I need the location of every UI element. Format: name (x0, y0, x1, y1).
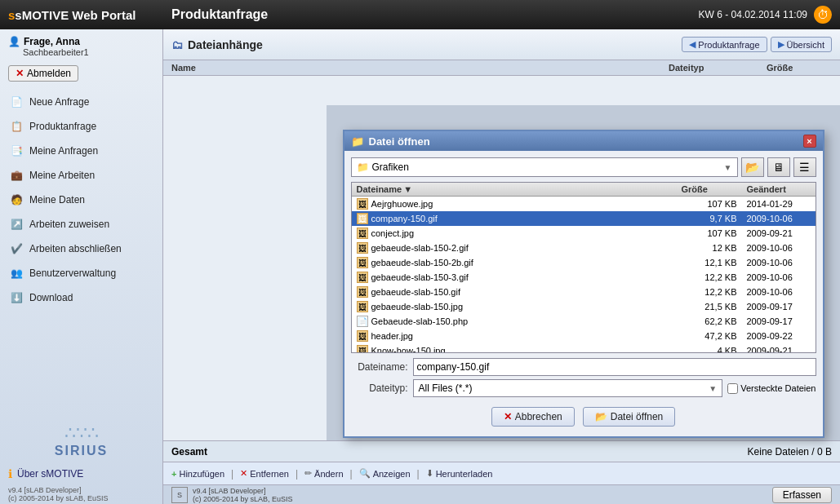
users-icon: 👥 (8, 265, 24, 281)
product-icon: 📋 (8, 118, 24, 135)
action-bar: + Hinzufügen | ✕ Entfernen | ✏ Ändern | … (163, 462, 840, 484)
folder-dropdown[interactable]: 📁 Grafiken ▼ (351, 157, 738, 177)
sirius-dots: ∴∵∴ (5, 422, 158, 444)
file-list[interactable]: Dateiname ▼ Größe Geändert 🖼 Aejrghuowe.… (351, 182, 816, 353)
file-row[interactable]: 🖼 Aejrghuowe.jpg 107 KB 2014-01-29 (352, 197, 816, 211)
file-name-cell: 🖼 conject.jpg (352, 227, 677, 240)
cancel-button[interactable]: ✕ Abbrechen (491, 407, 575, 427)
logout-button[interactable]: ✕ Abmelden (8, 65, 78, 82)
filename-label: Dateiname: (351, 361, 408, 373)
sidebar-item-meine-anfragen[interactable]: 📑 Meine Anfragen (0, 139, 162, 163)
sidebar-item-meine-arbeiten[interactable]: 💼 Meine Arbeiten (0, 163, 162, 188)
hinzufuegen-link[interactable]: + Hinzufügen (171, 469, 224, 479)
fl-col-date: Geändert (742, 183, 816, 196)
file-row[interactable]: 🖼 header.jpg 47,2 KB 2009-09-22 (352, 329, 816, 343)
image-file-icon: 🖼 (357, 213, 368, 224)
file-row[interactable]: 🖼 company-150.gif 9,7 KB 2009-10-06 (352, 211, 816, 226)
filename-input[interactable] (413, 358, 816, 376)
sep1: | (231, 468, 233, 480)
file-row[interactable]: 📄 Gebaeude-slab-150.php 62,2 KB 2009-09-… (352, 314, 816, 329)
sidebar-item-meine-daten[interactable]: 🧑 Meine Daten (0, 188, 162, 212)
dialog-title-left: 📁 Datei öffnen (351, 135, 430, 148)
sirius-logo-area: ∴∵∴ SIRIUS (0, 418, 162, 463)
plus-icon: + (171, 469, 176, 479)
filetype-dropdown[interactable]: All Files (*.*) ▼ (413, 379, 723, 397)
header-datetime: KW 6 - 04.02.2014 11:09 (699, 9, 807, 20)
file-row[interactable]: 🖼 gebaeude-slab-150.gif 12,2 KB 2009-10-… (352, 285, 816, 299)
remove-icon: ✕ (240, 468, 247, 479)
dialog-overlay: 📁 Datei öffnen × 📁 Grafiken ▼ (327, 105, 840, 440)
erfassen-button[interactable]: Erfassen (772, 487, 832, 503)
file-row[interactable]: 🖼 gebaeude-slab-150-2.gif 12 KB 2009-10-… (352, 241, 816, 255)
about-smotive-link[interactable]: ℹ Über sMOTIVE (0, 463, 162, 484)
sidebar-item-arbeiten-zuweisen[interactable]: ↗️ Arbeiten zuweisen (0, 212, 162, 237)
filename-row: Dateiname: (351, 358, 816, 376)
dialog-close-button[interactable]: × (803, 135, 816, 148)
file-row[interactable]: 🖼 gebaeude-slab-150.jpg 21,5 KB 2009-09-… (352, 299, 816, 314)
anzeigen-link[interactable]: 🔍 Anzeigen (359, 468, 411, 479)
check-icon: ✔️ (8, 241, 24, 257)
arrow-left-icon: ◀ (689, 39, 696, 50)
file-date-cell: 2009-09-21 (742, 345, 816, 353)
file-date-cell: 2014-01-29 (742, 198, 816, 210)
x-icon: ✕ (16, 68, 24, 79)
nav-back-button[interactable]: ◀ Produktanfrage (682, 37, 767, 52)
col-name: Name (171, 63, 669, 73)
php-file-icon: 📄 (357, 316, 368, 327)
edit-icon: ✏ (304, 468, 312, 479)
file-size-cell: 107 KB (677, 228, 742, 239)
file-date-cell: 2009-10-06 (742, 213, 816, 224)
file-open-dialog: 📁 Datei öffnen × 📁 Grafiken ▼ (343, 130, 824, 438)
gesamt-label: Gesamt (171, 446, 207, 458)
file-size-cell: 9,7 KB (677, 213, 742, 224)
sidebar-item-produktanfrage[interactable]: 📋 Produktanfrage (0, 114, 162, 139)
file-date-cell: 2009-09-17 (742, 316, 816, 327)
header-right: KW 6 - 04.02.2014 11:09 ⏱ (699, 6, 832, 24)
page-title: Produktanfrage (171, 7, 699, 22)
file-date-cell: 2009-09-21 (742, 228, 816, 239)
file-row[interactable]: 🖼 gebaeude-slab-150-2b.gif 12,1 KB 2009-… (352, 255, 816, 270)
image-file-icon: 🖼 (357, 257, 368, 268)
file-row[interactable]: 🖼 Know-how-150.jpg 4 KB 2009-09-21 (352, 343, 816, 353)
filetype-label: Dateityp: (351, 382, 408, 394)
hidden-files-checkbox[interactable] (727, 383, 738, 394)
app-logo: ssMOTIVE Web Portal (8, 8, 171, 22)
list-icon: 📑 (8, 143, 24, 159)
nav-overview-button[interactable]: ▶ Übersicht (771, 37, 832, 52)
entfernen-link[interactable]: ✕ Entfernen (240, 468, 289, 479)
toolbar-view-btn2[interactable]: ☰ (793, 157, 816, 177)
sep3: | (350, 468, 353, 480)
file-name-cell: 🖼 header.jpg (352, 329, 677, 343)
toolbar-folder-btn[interactable]: 📂 (741, 157, 764, 177)
sidebar-item-benutzerverwaltung[interactable]: 👥 Benutzerverwaltung (0, 261, 162, 285)
dialog-toolbar: 📁 Grafiken ▼ 📂 🖥 ☰ (351, 157, 816, 177)
fl-col-filename: Dateiname ▼ (352, 183, 677, 196)
file-size-cell: 12,2 KB (677, 272, 742, 283)
herunterladen-link[interactable]: ⬇ Herunterladen (426, 468, 493, 479)
file-size-cell: 4 KB (677, 345, 742, 353)
person-icon: 👤 (8, 36, 20, 47)
file-size-cell: 12 KB (677, 242, 742, 254)
file-list-header: Dateiname ▼ Größe Geändert (352, 183, 816, 197)
file-date-cell: 2009-09-22 (742, 330, 816, 342)
sidebar-item-neue-anfrage[interactable]: 📄 Neue Anfrage (0, 90, 162, 114)
sidebar-item-arbeiten-abschliessen[interactable]: ✔️ Arbeiten abschließen (0, 237, 162, 261)
file-size-cell: 62,2 KB (677, 316, 742, 327)
arrow-right-icon: ▶ (778, 39, 784, 50)
andern-link[interactable]: ✏ Ändern (304, 468, 343, 479)
file-size-cell: 21,5 KB (677, 301, 742, 312)
file-row[interactable]: 🖼 gebaeude-slab-150-3.gif 12,2 KB 2009-1… (352, 270, 816, 285)
open-file-button[interactable]: 📂 Datei öffnen (583, 407, 676, 427)
toolbar-view-btn1[interactable]: 🖥 (767, 157, 790, 177)
image-file-icon: 🖼 (357, 286, 368, 298)
file-size-cell: 12,2 KB (677, 286, 742, 298)
image-file-icon: 🖼 (357, 198, 368, 210)
file-rows: 🖼 Aejrghuowe.jpg 107 KB 2014-01-29 🖼 com… (352, 197, 816, 353)
image-file-icon: 🖼 (357, 301, 368, 312)
file-size-cell: 12,1 KB (677, 257, 742, 268)
dialog-inputs: Dateiname: Dateityp: All Files (*.*) ▼ (351, 358, 816, 397)
sidebar-item-download[interactable]: ⬇️ Download (0, 285, 162, 310)
user-name: 👤 Frage, Anna (8, 36, 154, 47)
file-row[interactable]: 🖼 conject.jpg 107 KB 2009-09-21 (352, 226, 816, 241)
hidden-files-label: Versteckte Dateien (740, 383, 816, 393)
